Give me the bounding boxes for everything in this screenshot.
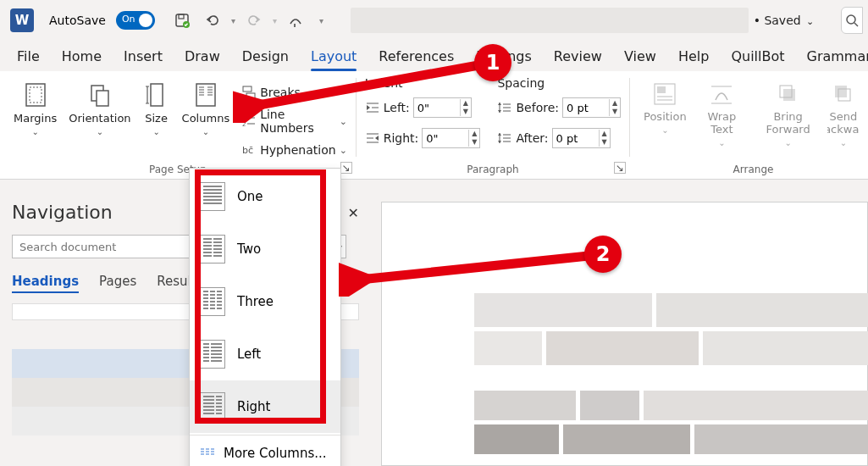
send-backward-icon [831,81,856,107]
columns-icon [192,81,219,108]
spacing-before-label: Before: [516,101,559,114]
columns-left-icon [200,340,225,369]
paragraph-launcher[interactable]: ↘ [614,162,626,174]
save-icon[interactable] [170,8,194,32]
svg-point-3 [847,15,855,24]
columns-two-label: Two [237,241,261,257]
send-backward-label: Send Backward [827,110,860,136]
spacing-after-input[interactable]: ▲▼ [552,128,611,148]
search-icon [845,14,859,27]
columns-three-label: Three [237,294,274,309]
paragraph-group-label: Paragraph [357,164,629,175]
columns-one-label: One [237,189,263,204]
svg-rect-44 [657,86,666,93]
annotation-arrow-2 [339,246,593,297]
indent-right-input[interactable]: ▲▼ [422,128,480,148]
columns-three-icon [200,287,225,316]
svg-line-63 [360,256,589,280]
svg-rect-9 [151,84,163,106]
orientation-label: Orientation [69,112,130,125]
columns-option-left[interactable]: Left [190,328,340,380]
close-icon[interactable]: ✕ [348,205,359,221]
spacing-header: Spacing [497,76,621,90]
tab-view[interactable]: View [624,48,656,64]
size-label: Size [145,112,168,125]
columns-left-label: Left [237,347,261,362]
document-content-pixelated [474,293,868,466]
spacing-after-label: After: [516,131,548,145]
chevron-down-icon: ⌄ [97,128,103,136]
nav-tab-pages[interactable]: Pages [99,274,136,293]
wrap-text-label: Wrap Text [700,110,744,136]
position-label: Position [644,110,687,123]
svg-line-62 [254,65,478,106]
columns-right-icon [200,392,225,421]
svg-line-4 [854,23,858,26]
annotation-arrow-1 [233,55,487,123]
columns-option-three[interactable]: Three [190,275,340,328]
touch-mode-icon[interactable] [284,8,307,32]
bring-forward-label: Bring Forward [757,110,819,136]
columns-one-icon [200,182,225,211]
bring-forward-icon [776,81,801,107]
tab-draw[interactable]: Draw [185,48,220,64]
arrange-group-label: Arrange [630,164,868,175]
columns-right-label: Right [237,399,271,414]
tab-insert[interactable]: Insert [124,48,163,64]
qat-customize-icon[interactable]: ▾ [319,16,323,25]
svg-rect-8 [97,91,108,106]
spacing-before-input[interactable]: ▲▼ [562,97,621,118]
size-icon [143,81,170,108]
tab-grammarly[interactable]: Grammarly [807,48,869,64]
columns-label: Columns [182,112,230,125]
nav-tab-headings[interactable]: Headings [12,274,79,293]
doc-title-area: • Saved ⌄ [330,8,834,33]
svg-rect-6 [30,87,41,103]
columns-more-label: More Columns... [224,446,327,461]
position-icon [652,81,677,107]
annotation-badge-1: 1 [474,44,511,81]
undo-icon[interactable] [201,8,224,32]
redo-dropdown-icon[interactable]: ▾ [273,16,277,25]
hyphenation-icon: bc̄ [241,142,257,158]
columns-option-one[interactable]: One [190,170,340,223]
save-status[interactable]: • Saved ⌄ [754,14,815,27]
chevron-down-icon: ⌄ [31,128,38,136]
chevron-down-icon: ⌄ [202,128,209,136]
quick-access-toolbar: ▾ ▾ ▾ [170,8,323,32]
columns-dropdown: One Two Three Left Right More Columns... [189,168,341,466]
document-title-input[interactable] [351,8,749,33]
columns-option-right[interactable]: Right [190,380,340,433]
page-setup-launcher[interactable]: ↘ [340,162,352,174]
redo-icon[interactable] [242,8,266,32]
more-columns-icon [200,447,215,459]
spacing-section: Spacing Before: ▲▼ After: ▲▼ [497,76,621,151]
svg-rect-49 [783,89,795,101]
svg-text:bc̄: bc̄ [242,145,253,156]
tab-quillbot[interactable]: QuillBot [731,48,784,64]
save-status-text: Saved [764,14,800,27]
indent-right-icon [365,130,380,146]
orientation-icon [86,81,113,108]
tab-help[interactable]: Help [678,48,709,64]
margins-icon [22,81,49,108]
autosave-label: AutoSave [49,14,106,27]
toggle-knob [139,14,152,27]
title-bar: W AutoSave On ▾ ▾ ▾ • Saved ⌄ [0,0,868,41]
word-app-icon: W [10,8,34,32]
chevron-down-icon: ⌄ [806,16,814,27]
autosave-toggle[interactable]: On [116,11,155,30]
undo-dropdown-icon[interactable]: ▾ [231,16,235,25]
chevron-down-icon: ⌄ [152,128,159,136]
svg-rect-5 [26,84,45,106]
tab-home[interactable]: Home [62,48,102,64]
spacing-after-icon [497,130,512,146]
tab-review[interactable]: Review [554,48,602,64]
columns-option-two[interactable]: Two [190,223,340,275]
columns-two-icon [200,235,225,264]
tab-file[interactable]: File [17,48,40,64]
columns-more[interactable]: More Columns... [190,437,340,466]
hyphenation-button[interactable]: bc̄ Hyphenation⌄ [241,137,347,163]
arrange-group: Position ⌄ Wrap Text ⌄ Bring Forward ⌄ S… [630,71,868,179]
search-button[interactable] [841,7,863,34]
